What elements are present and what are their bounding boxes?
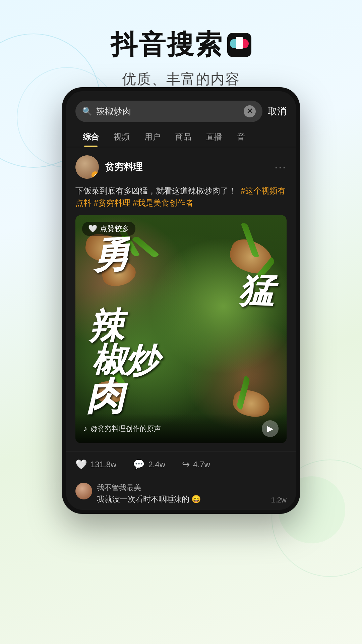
calligraphy-line-5: 肉: [85, 377, 124, 416]
phone-screen: 🔍 辣椒炒肉 ✕ 取消 综合 视频 用户 商品: [66, 91, 296, 510]
tiktok-logo-icon: [227, 33, 251, 57]
shares-count: 4.7w: [193, 460, 210, 469]
comment-text: 我就没一次看时不咽唾沫的 😄: [97, 494, 266, 504]
share-stat-icon: ↪: [182, 459, 190, 470]
phone-frame: 🔍 辣椒炒肉 ✕ 取消 综合 视频 用户 商品: [62, 87, 300, 514]
heart-icon: 🤍: [88, 224, 97, 233]
tiktok-note-shape: [236, 37, 243, 49]
comments-count: 2.4w: [148, 460, 165, 469]
clear-search-button[interactable]: ✕: [244, 105, 256, 117]
calligraphy-line-3: 辣: [88, 308, 124, 344]
stat-comments[interactable]: 💬 2.4w: [133, 459, 165, 470]
heart-stat-icon: 🤍: [75, 459, 87, 470]
comment-count: 1.2w: [271, 496, 287, 504]
post-text: 下饭菜到底有多凶猛，就看这道辣椒炒肉了！ #这个视频有点料 #贫穷料理 #我是美…: [75, 185, 287, 209]
page-title: 抖音搜索: [111, 27, 223, 63]
calligraphy-line-2: 猛: [238, 272, 274, 309]
stats-row: 🤍 131.8w 💬 2.4w ↪ 4.7w: [66, 451, 296, 477]
search-icon: 🔍: [82, 107, 92, 116]
tab-product[interactable]: 商品: [168, 127, 199, 147]
cancel-button[interactable]: 取消: [268, 105, 287, 118]
tab-video[interactable]: 视频: [106, 127, 137, 147]
title-row: 抖音搜索: [0, 27, 362, 63]
calligraphy-line-1: 勇: [91, 235, 129, 274]
phone-mockup: 🔍 辣椒炒肉 ✕ 取消 综合 视频 用户 商品: [62, 87, 300, 514]
page-header: 抖音搜索 优质、丰富的内容: [0, 0, 362, 89]
user-card: ✓ 贫穷料理 ···: [75, 155, 287, 179]
more-options-button[interactable]: ···: [275, 161, 287, 173]
search-input[interactable]: 辣椒炒肉: [96, 106, 240, 117]
stat-shares[interactable]: ↪ 4.7w: [182, 459, 210, 470]
tiktok-small-icon: ♪: [83, 424, 87, 433]
sound-info[interactable]: ♪ @贫穷料理创作的原声: [83, 424, 161, 433]
user-name[interactable]: 贫穷料理: [105, 161, 268, 173]
search-bar-area: 🔍 辣椒炒肉 ✕ 取消: [66, 91, 296, 122]
tab-user[interactable]: 用户: [137, 127, 168, 147]
calligraphy-line-4: 椒炒: [92, 343, 158, 377]
commenter-name: 我不管我最美: [97, 483, 266, 493]
content-area: ✓ 贫穷料理 ··· 下饭菜到底有多凶猛，就看这道辣椒炒肉了！ #这个视频有点料…: [66, 147, 296, 451]
calligraphy-overlay: 勇 猛 辣 椒炒 肉: [82, 235, 280, 416]
comment-content: 我不管我最美 我就没一次看时不咽唾沫的 😄: [97, 483, 266, 504]
verified-badge: ✓: [92, 171, 99, 179]
likes-count: 131.8w: [90, 460, 116, 469]
sound-text: @贫穷料理创作的原声: [90, 424, 161, 433]
play-button[interactable]: ▶: [262, 420, 279, 437]
search-input-wrap[interactable]: 🔍 辣椒炒肉 ✕: [75, 101, 262, 122]
video-bottom-bar: ♪ @贫穷料理创作的原声 ▶: [75, 414, 287, 443]
tabs-area: 综合 视频 用户 商品 直播 音: [66, 122, 296, 147]
comment-stat-icon: 💬: [133, 459, 145, 470]
commenter-avatar[interactable]: [75, 483, 92, 499]
comment-preview: 我不管我最美 我就没一次看时不咽唾沫的 😄 1.2w: [66, 477, 296, 510]
video-thumbnail[interactable]: 🤍 点赞较多 勇 猛 辣 椒炒 肉: [75, 215, 287, 443]
like-badge-text: 点赞较多: [100, 224, 129, 234]
video-inner: 🤍 点赞较多 勇 猛 辣 椒炒 肉: [75, 215, 287, 443]
stat-likes[interactable]: 🤍 131.8w: [75, 459, 116, 470]
page-subtitle: 优质、丰富的内容: [0, 70, 362, 89]
tab-audio[interactable]: 音: [230, 127, 252, 147]
tab-live[interactable]: 直播: [199, 127, 230, 147]
user-avatar[interactable]: ✓: [75, 155, 99, 179]
tab-comprehensive[interactable]: 综合: [75, 127, 106, 147]
